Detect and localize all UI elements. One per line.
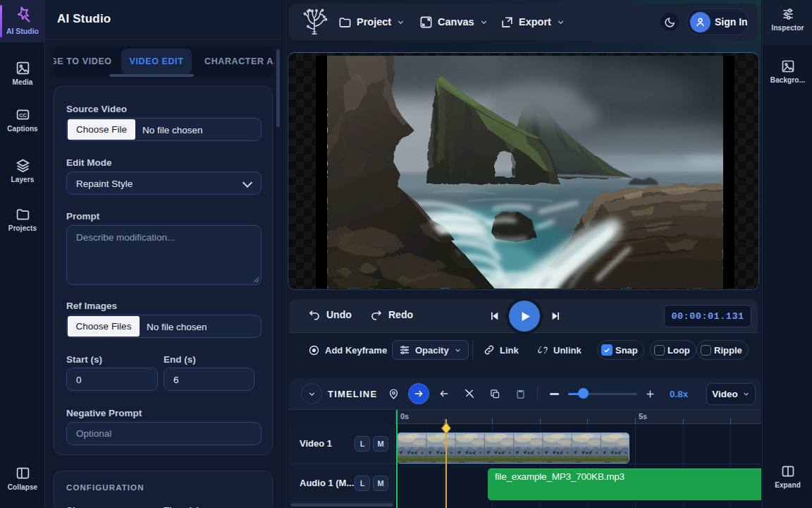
svg-text:CC: CC: [19, 112, 27, 119]
